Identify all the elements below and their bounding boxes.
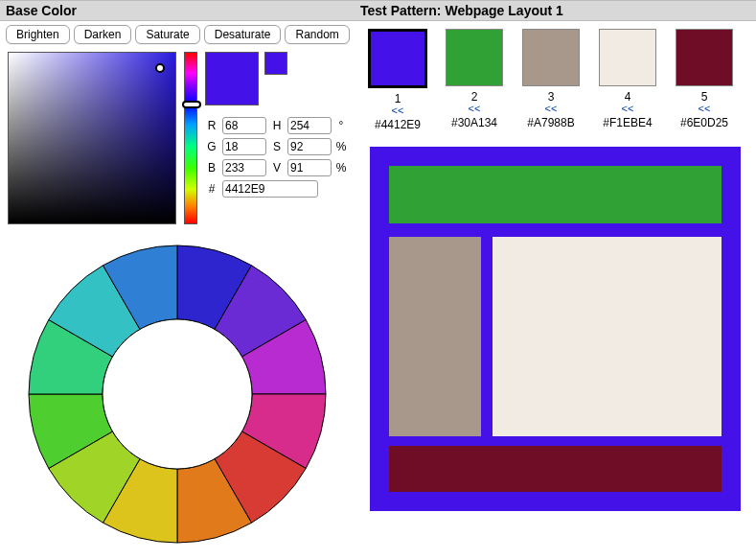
swatch-col-3: 3<<#A7988B	[519, 29, 583, 131]
color-preview-large	[205, 52, 259, 105]
h-input[interactable]	[287, 117, 332, 134]
swatch-arrow-icon[interactable]: <<	[392, 105, 404, 116]
h-label: H	[270, 119, 284, 132]
b-label: B	[205, 161, 218, 175]
swatch-arrow-icon[interactable]: <<	[469, 104, 481, 114]
v-unit: %	[335, 161, 347, 175]
s-unit: %	[335, 140, 347, 153]
layout-footer	[389, 446, 722, 492]
swatch-1[interactable]	[368, 29, 427, 88]
hue-slider[interactable]	[184, 52, 197, 224]
saturation-value-picker[interactable]	[8, 52, 176, 224]
h-unit: °	[335, 119, 347, 132]
swatch-col-5: 5<<#6E0D25	[673, 29, 736, 131]
swatch-number: 2	[471, 90, 478, 104]
v-input[interactable]	[287, 159, 332, 176]
layout-preview	[370, 147, 741, 511]
layout-header	[389, 166, 722, 223]
hex-input[interactable]	[222, 180, 318, 198]
layout-main	[493, 237, 722, 436]
swatch-col-1: 1<<#4412E9	[366, 29, 429, 131]
swatch-arrow-icon[interactable]: <<	[622, 104, 634, 114]
desaturate-button[interactable]: Desaturate	[204, 25, 282, 44]
base-color-toolbar: Brighten Darken Saturate Desaturate Rand…	[0, 21, 355, 48]
swatch-5[interactable]	[676, 29, 733, 86]
swatch-4[interactable]	[599, 29, 656, 86]
sv-cursor-icon[interactable]	[155, 63, 165, 73]
swatch-hex: #A7988B	[527, 116, 574, 129]
swatch-hex: #4412E9	[375, 118, 421, 131]
hex-label: #	[205, 182, 218, 196]
color-preview-small	[264, 52, 287, 75]
r-label: R	[205, 119, 218, 132]
swatch-col-4: 4<<#F1EBE4	[596, 29, 659, 131]
random-button[interactable]: Random	[285, 25, 349, 44]
brighten-button[interactable]: Brighten	[6, 25, 70, 44]
swatch-hex: #30A134	[451, 116, 497, 129]
darken-button[interactable]: Darken	[74, 25, 132, 44]
swatch-row: 1<<#4412E92<<#30A1343<<#A7988B4<<#F1EBE4…	[355, 21, 756, 135]
swatch-number: 4	[625, 90, 631, 104]
wheel-center	[103, 319, 252, 469]
hue-cursor-icon[interactable]	[182, 101, 201, 108]
base-color-header: Base Color	[0, 0, 355, 21]
swatch-2[interactable]	[446, 29, 503, 86]
swatch-number: 3	[548, 90, 555, 104]
swatch-hex: #6E0D25	[680, 116, 728, 129]
swatch-number: 1	[395, 92, 401, 105]
s-label: S	[270, 140, 284, 153]
g-input[interactable]	[222, 138, 266, 155]
layout-side	[389, 237, 481, 436]
swatch-3[interactable]	[522, 29, 580, 86]
swatch-arrow-icon[interactable]: <<	[699, 104, 711, 114]
test-pattern-header: Test Pattern: Webpage Layout 1	[355, 0, 756, 21]
r-input[interactable]	[222, 117, 266, 134]
swatch-number: 5	[701, 90, 708, 104]
g-label: G	[205, 140, 218, 153]
swatch-arrow-icon[interactable]: <<	[545, 104, 558, 114]
swatch-col-2: 2<<#30A134	[443, 29, 506, 131]
s-input[interactable]	[287, 138, 332, 155]
v-label: V	[270, 161, 284, 175]
b-input[interactable]	[222, 159, 266, 176]
saturate-button[interactable]: Saturate	[135, 25, 199, 44]
color-wheel[interactable]	[19, 236, 335, 552]
swatch-hex: #F1EBE4	[603, 116, 652, 129]
